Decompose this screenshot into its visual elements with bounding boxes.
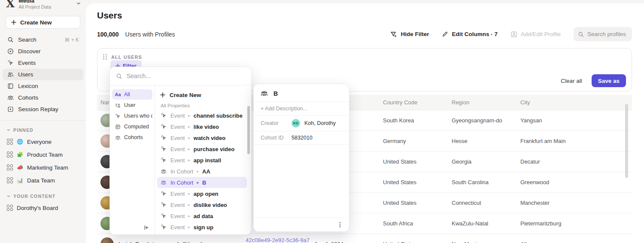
compass-icon bbox=[7, 48, 14, 55]
drag-handle-icon[interactable] bbox=[103, 54, 107, 60]
creator-label: Creator bbox=[261, 120, 287, 126]
sidebar-item-session-replay[interactable]: Session Replay bbox=[3, 103, 83, 115]
filter-group-label: ALL USERS bbox=[111, 55, 142, 60]
plus-icon bbox=[11, 20, 16, 25]
user-count: 100,000 bbox=[97, 31, 119, 38]
property-item-dislike-video[interactable]: Event▸dislike video bbox=[157, 199, 247, 210]
sidebar: X Media All Project Data Create New Sear… bbox=[0, 0, 86, 243]
sidebar-board-everyone[interactable]: 🌐 Everyone bbox=[3, 135, 83, 148]
table-scrollbar-thumb[interactable] bbox=[625, 104, 628, 178]
search-profiles-box[interactable] bbox=[574, 27, 632, 41]
property-item-purchase-video[interactable]: Event▸purchase video bbox=[157, 143, 247, 155]
property-item-app-install[interactable]: Event▸app install bbox=[157, 155, 247, 166]
dropdown-scrollbar-thumb[interactable] bbox=[247, 106, 250, 154]
property-item-sign-up[interactable]: Event▸sign up bbox=[157, 222, 247, 233]
edit-columns-button[interactable]: Edit Columns · 7 bbox=[442, 31, 498, 37]
category-users-who-did[interactable]: Users who di... bbox=[112, 111, 152, 121]
sidebar-board-data-team[interactable]: 📊 Data Team bbox=[3, 174, 83, 187]
project-switcher[interactable]: X Media All Project Data bbox=[0, 0, 86, 12]
clear-all-button[interactable]: Clear all bbox=[561, 78, 582, 84]
sidebar-board-marketing-team[interactable]: 📣 Marketing Team bbox=[3, 161, 83, 174]
search-profiles-input[interactable] bbox=[587, 31, 630, 37]
chevron-down-icon[interactable] bbox=[76, 1, 81, 6]
cohort-id-label: Cohort ID bbox=[261, 135, 287, 141]
sidebar-board-product-team[interactable]: 🧩 Product Team bbox=[3, 148, 83, 161]
add-description-button[interactable]: + Add Description... bbox=[254, 102, 349, 115]
sidebar-divider bbox=[0, 120, 86, 121]
user-icon bbox=[115, 103, 121, 108]
property-item-watch-video[interactable]: Event▸watch video bbox=[157, 132, 247, 143]
table-row[interactable]: Isaiah Goodwin fo@ikavaf.ag 42c08e49-2e9… bbox=[97, 234, 632, 243]
cohorts-icon bbox=[160, 179, 167, 185]
event-cursor-icon bbox=[160, 112, 167, 118]
property-item-in-cohort-aa[interactable]: In Cohort▸AA bbox=[157, 166, 247, 177]
updated-date: Jan 4, 2024 bbox=[311, 241, 380, 243]
property-item-channel-subscribe[interactable]: Event▸channel subscribe bbox=[157, 110, 247, 121]
pinned-section-label[interactable]: PINNED bbox=[0, 128, 86, 133]
property-item-ad-data[interactable]: Event▸ad data bbox=[157, 210, 247, 222]
column-header-region[interactable]: Region bbox=[448, 99, 517, 106]
search-shortcut: ⌘ + K bbox=[64, 37, 79, 43]
board-icon bbox=[7, 205, 13, 211]
collapse-panel-icon[interactable] bbox=[143, 225, 149, 231]
property-item-app-open[interactable]: Event▸app open bbox=[157, 188, 247, 199]
dropdown-search-box[interactable] bbox=[110, 67, 251, 85]
all-properties-label: All Properties bbox=[161, 103, 246, 108]
user-email: fo@ikavaf.ag bbox=[173, 241, 242, 243]
column-header-country-code[interactable]: Country Code bbox=[380, 99, 448, 106]
cohort-title: B bbox=[273, 90, 278, 97]
sidebar-item-lexicon[interactable]: Lexicon bbox=[3, 80, 83, 92]
property-item-in-cohort-b[interactable]: In Cohort▸B bbox=[157, 177, 247, 188]
board-icon bbox=[7, 177, 13, 183]
cohorts-icon bbox=[115, 135, 121, 140]
computed-icon bbox=[115, 124, 121, 130]
cohort-detail-popover: B + Add Description... Creator KD Koh, D… bbox=[253, 84, 349, 232]
sidebar-item-search[interactable]: Search ⌘ + K bbox=[3, 34, 83, 46]
text-aa-icon: Aa bbox=[115, 92, 121, 97]
sidebar-item-users[interactable]: Users bbox=[3, 69, 83, 80]
category-cohorts[interactable]: Cohorts bbox=[112, 132, 152, 143]
your-content-section-label[interactable]: YOUR CONTENT bbox=[0, 194, 86, 199]
sidebar-board-dorothys-board[interactable]: Dorothy's Board bbox=[3, 201, 83, 214]
pencil-icon bbox=[442, 31, 448, 37]
cohorts-icon bbox=[261, 90, 268, 97]
dropdown-property-list: Create New All Properties Event▸channel … bbox=[155, 85, 251, 234]
category-computed[interactable]: Computed bbox=[112, 122, 152, 132]
category-user[interactable]: User bbox=[112, 100, 152, 110]
search-icon bbox=[578, 31, 584, 37]
event-cursor-icon bbox=[160, 202, 167, 208]
more-options-icon[interactable]: ⋮ bbox=[337, 222, 343, 228]
globe-emoji-icon: 🌐 bbox=[17, 139, 23, 145]
event-cursor-icon bbox=[115, 113, 121, 119]
sidebar-item-cohorts[interactable]: Cohorts bbox=[3, 92, 83, 103]
project-name: Media bbox=[18, 0, 73, 4]
property-item-like-video[interactable]: Event▸like video bbox=[157, 121, 247, 132]
page-title: Users bbox=[97, 10, 632, 21]
dropdown-search-input[interactable] bbox=[127, 73, 230, 79]
sidebar-item-discover[interactable]: Discover bbox=[3, 46, 83, 57]
event-cursor-icon bbox=[160, 124, 167, 130]
event-cursor-icon bbox=[7, 60, 14, 66]
profile-card-icon bbox=[510, 31, 517, 38]
event-cursor-icon bbox=[160, 135, 167, 141]
distinct-id-link[interactable]: 42c08e49-2e92-5c36-9a73-a84eb8684fa3 bbox=[242, 237, 310, 243]
cohorts-icon bbox=[7, 94, 14, 101]
create-new-button[interactable]: Create New bbox=[6, 16, 80, 29]
event-cursor-icon bbox=[160, 224, 167, 230]
dropdown-categories: Aa All User Users who di... Computed Coh… bbox=[110, 85, 155, 234]
project-subtitle: All Project Data bbox=[18, 4, 73, 9]
creator-avatar: KD bbox=[292, 119, 300, 128]
event-cursor-icon bbox=[160, 213, 167, 219]
project-logo: X bbox=[6, 0, 15, 10]
sidebar-item-events[interactable]: Events bbox=[3, 57, 83, 69]
save-as-button[interactable]: Save as bbox=[592, 74, 626, 87]
category-all[interactable]: Aa All bbox=[112, 89, 152, 100]
column-header-city[interactable]: City bbox=[517, 99, 632, 106]
hide-filter-button[interactable]: Hide Filter bbox=[390, 31, 429, 38]
search-icon bbox=[116, 73, 122, 79]
dropdown-create-new[interactable]: Create New bbox=[160, 89, 246, 100]
board-icon bbox=[7, 164, 13, 170]
plus-icon bbox=[160, 92, 165, 97]
add-edit-profile-button[interactable]: Add/Edit Profile bbox=[510, 31, 561, 38]
puzzle-emoji-icon: 🧩 bbox=[17, 152, 23, 158]
